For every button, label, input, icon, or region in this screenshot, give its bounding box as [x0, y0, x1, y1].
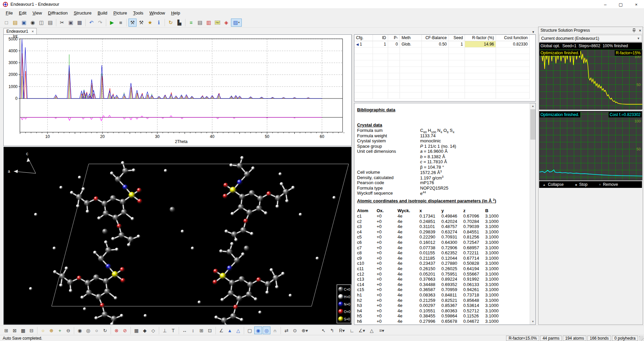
show-axes-button[interactable]: ⊥: [161, 326, 169, 334]
structure-solution-button[interactable]: ⚒: [128, 19, 137, 27]
column-header-id[interactable]: ID: [373, 35, 388, 41]
column-header-cf-balance[interactable]: CF-Balance: [422, 35, 449, 41]
tab-close-icon[interactable]: ×: [32, 29, 34, 33]
restart-optimization-button[interactable]: ↻: [167, 19, 175, 27]
background-scene-button[interactable]: ▲: [226, 326, 234, 334]
dropdown-caret-icon[interactable]: ▾: [343, 328, 345, 333]
collapse-button[interactable]: ▲Collapse: [543, 182, 564, 187]
dropdown-caret-icon[interactable]: ▾: [238, 21, 240, 24]
menu-tools[interactable]: Tools: [130, 9, 146, 18]
arc-tool-button[interactable]: ∩: [271, 326, 279, 334]
config-row[interactable]: ◀ 110Glob.0.50114.960.82330: [354, 41, 535, 48]
zoom-center-button[interactable]: ⊕▾: [299, 326, 310, 334]
add-bond-button[interactable]: +: [56, 326, 64, 334]
tab-endeavour1[interactable]: Endeavour1 ×: [3, 28, 37, 34]
column-header-cfg-[interactable]: Cfg.: [354, 35, 373, 41]
plane-tool-button[interactable]: △: [368, 326, 376, 334]
hkl-list-button[interactable]: hkl: [213, 19, 222, 27]
remove-bond-button[interactable]: ⊖: [64, 326, 72, 334]
measure-angle-button[interactable]: ∠: [217, 326, 225, 334]
reduce-cell-button[interactable]: ⊟: [28, 326, 35, 334]
perspective-toggle-button[interactable]: △: [234, 326, 242, 334]
rotate-tool-button[interactable]: ↻: [101, 326, 109, 334]
insert-atom-button[interactable]: ⊕: [48, 326, 55, 334]
lasso-select-button[interactable]: ↰: [328, 326, 336, 334]
print-button[interactable]: ▤: [46, 19, 54, 27]
remove-button[interactable]: ×Remove: [599, 182, 618, 187]
measure-torsion-button[interactable]: ∠▾: [356, 326, 367, 334]
dropdown-caret-icon[interactable]: ▾: [305, 328, 308, 333]
polyhedra-outline-button[interactable]: ◇: [149, 326, 157, 334]
menu-file[interactable]: File: [3, 9, 16, 18]
stereo-right-button[interactable]: ◎: [263, 326, 270, 334]
delete-atoms-button[interactable]: ⊗: [113, 326, 120, 334]
menu-edit[interactable]: Edit: [16, 9, 29, 18]
profile-chart-button[interactable]: ▙: [175, 19, 183, 27]
scroll-down-icon[interactable]: ▼: [530, 319, 536, 324]
print-preview-button[interactable]: ◫: [37, 19, 46, 27]
add-atom-button[interactable]: ○: [39, 326, 47, 334]
grid-toggle-button[interactable]: ⊞: [198, 326, 205, 334]
center-view-button[interactable]: ⊡: [206, 326, 214, 334]
solution-options-button[interactable]: ⚒: [137, 19, 145, 27]
view-wireframe-button[interactable]: ◎: [84, 326, 92, 334]
lattice-planes-button[interactable]: ▦: [133, 326, 140, 334]
dropdown-caret-icon[interactable]: ▾: [363, 328, 365, 333]
column-header-seed[interactable]: Seed: [449, 35, 465, 41]
menu-build[interactable]: Build: [94, 9, 110, 18]
pin-icon[interactable]: [632, 28, 636, 33]
powder-pattern-view-button[interactable]: ▨▾: [231, 19, 242, 27]
vertical-splitter[interactable]: [352, 34, 353, 325]
text-tool-button[interactable]: T: [169, 326, 177, 334]
set-origin-button[interactable]: ⊙: [291, 326, 299, 334]
document-list-chevron-icon[interactable]: ▼: [532, 30, 535, 34]
bounding-box-button[interactable]: ▢: [246, 326, 254, 334]
configuration-list-button[interactable]: ≡: [187, 19, 195, 27]
atom-labels-button[interactable]: R▾: [336, 326, 347, 334]
menu-view[interactable]: View: [29, 9, 45, 18]
minimize-button[interactable]: –: [597, 0, 613, 9]
structures-list-button[interactable]: ◈: [222, 19, 230, 27]
menu-picture[interactable]: Picture: [110, 9, 130, 18]
build-crystal-button[interactable]: ⊠: [11, 326, 19, 334]
open-document-button[interactable]: ▤: [11, 19, 19, 27]
view-spacefill-button[interactable]: ○: [93, 326, 100, 334]
polyhedra-filled-button[interactable]: ◆: [141, 326, 149, 334]
document-selector[interactable]: Current document (Endeavour1) ▼: [539, 35, 642, 42]
view-ball-stick-button[interactable]: ◉: [76, 326, 84, 334]
hide-atoms-button[interactable]: ⊘: [121, 326, 129, 334]
crystal-structure-panel[interactable]: caC+0H+0N+0O+0S+0: [3, 147, 352, 325]
stereo-left-button[interactable]: ◉: [254, 326, 262, 334]
column-header-p-[interactable]: P-: [388, 35, 400, 41]
data-sheet-button[interactable]: ▤: [196, 19, 204, 27]
dropdown-caret-icon[interactable]: ▾: [382, 328, 384, 333]
menu-diffraction[interactable]: Diffraction: [45, 9, 70, 18]
switch-view-button[interactable]: ⇄: [283, 326, 290, 334]
maximize-button[interactable]: ▢: [613, 0, 628, 9]
new-document-button[interactable]: □: [2, 19, 10, 27]
scroll-thumb[interactable]: [530, 109, 535, 140]
progress-panel-close-icon[interactable]: ×: [639, 28, 641, 33]
info-button[interactable]: ℹ: [155, 19, 163, 27]
menu-window[interactable]: Window: [146, 9, 168, 18]
select-pointer-button[interactable]: ↖: [320, 326, 327, 334]
menu-help[interactable]: Help: [168, 9, 183, 18]
column-header-meth[interactable]: Meth: [400, 35, 422, 41]
stop-button[interactable]: ■Stop: [575, 182, 588, 187]
translate-horizontal-button[interactable]: ↔: [181, 326, 188, 334]
column-header-r-factor-[interactable]: R-factor (%): [465, 35, 496, 41]
data-sheet-scrollbar[interactable]: ▲ ▼: [530, 103, 535, 324]
close-button[interactable]: ×: [628, 0, 644, 9]
resize-grip[interactable]: [639, 336, 644, 341]
peak-list-button[interactable]: ▥: [205, 19, 213, 27]
find-binoculars-button[interactable]: ◉: [29, 19, 37, 27]
menu-structure[interactable]: Structure: [71, 9, 95, 18]
paste-button[interactable]: ▩: [76, 19, 84, 27]
options-button[interactable]: ≡▾: [376, 326, 387, 334]
pack-cells-button[interactable]: ⊞: [2, 326, 10, 334]
cut-button[interactable]: ✂: [58, 19, 66, 27]
scroll-up-icon[interactable]: ▲: [530, 103, 536, 109]
stop-calculation-button[interactable]: ■: [117, 19, 125, 27]
symmetry-view-button[interactable]: ▩: [19, 326, 27, 334]
wizard-button[interactable]: ★: [146, 19, 154, 27]
